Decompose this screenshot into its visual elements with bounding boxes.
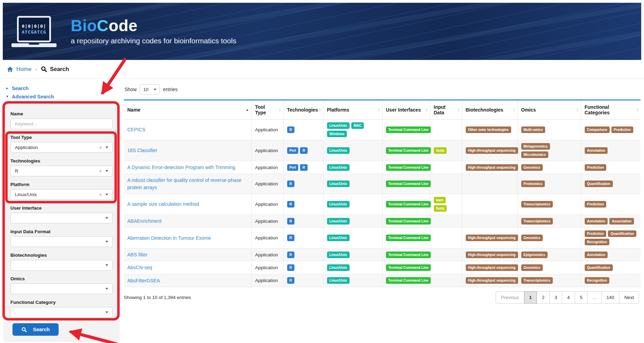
tool-type-cell: Application bbox=[251, 120, 283, 140]
tool-type-value: Application bbox=[255, 165, 278, 170]
user-interface-badge: Terminal Command Line bbox=[386, 235, 431, 241]
clear-icon[interactable]: × bbox=[99, 145, 102, 150]
pagination-page-5[interactable]: 5 bbox=[575, 291, 588, 304]
breadcrumb-home-link[interactable]: Home bbox=[16, 66, 32, 72]
biotechnologies-cell: High-throughput sequencing bbox=[462, 274, 517, 287]
platform-badge: Linux/Unix bbox=[327, 147, 350, 154]
input-data-cell bbox=[430, 228, 462, 248]
column-header-technologies[interactable]: Technologies▲▼ bbox=[283, 100, 323, 120]
badge-list: Terminal Command Line bbox=[386, 164, 427, 171]
badge-list: Terminal Command Line bbox=[386, 147, 427, 154]
platform-select[interactable]: Linux/Unix× bbox=[10, 189, 113, 200]
name-cell: A sample size calculation method bbox=[124, 194, 251, 214]
clear-icon[interactable]: × bbox=[99, 169, 102, 174]
input-data-badge: fasta bbox=[434, 147, 447, 154]
platforms-cell: Linux/Unix bbox=[323, 174, 382, 194]
name-cell: A Dynamic Error-detection Program with T… bbox=[124, 161, 251, 174]
entries-select[interactable]: 10 bbox=[140, 84, 160, 95]
user-interface-select[interactable] bbox=[10, 213, 113, 223]
badge-list: High-throughput sequencing bbox=[466, 164, 514, 171]
tool-name-link[interactable]: AbsFilterGSEA bbox=[127, 278, 160, 283]
pagination-next[interactable]: Next bbox=[619, 291, 639, 304]
tool-name-link[interactable]: ABS filter bbox=[127, 252, 147, 257]
badge-list: Genomics bbox=[521, 164, 577, 171]
tool-type-cell: Application bbox=[251, 161, 283, 174]
tool-type-cell: Application bbox=[251, 174, 283, 194]
input-data-format-select[interactable] bbox=[10, 236, 113, 247]
input-data-cell: fasta bbox=[430, 140, 462, 161]
tool-name-link[interactable]: A robust classifier for quality control … bbox=[127, 177, 241, 190]
column-header-name[interactable]: Name▲ bbox=[124, 100, 251, 120]
breadcrumb: Home › Search bbox=[0, 60, 644, 79]
omics-cell: Genomics bbox=[517, 161, 581, 174]
platforms-cell: Linux/Unix bbox=[323, 228, 382, 248]
app-banner: 0|0|0|0| ATCGATCG BioCode a repository a… bbox=[3, 3, 641, 60]
tool-name-link[interactable]: 16S Classifier bbox=[127, 148, 157, 153]
column-header-user-interfaces[interactable]: User Interfaces▲▼ bbox=[382, 100, 430, 120]
column-header-label: User Interfaces bbox=[386, 107, 421, 113]
tool-name-link[interactable]: ABAEnrichment bbox=[127, 218, 162, 224]
technologies-cell: R bbox=[283, 261, 323, 274]
column-header-input-data[interactable]: Input Data▲▼ bbox=[430, 100, 462, 120]
omics-badge: Epigenomics bbox=[521, 252, 548, 258]
pagination-previous[interactable]: Previous bbox=[496, 291, 524, 304]
badge-list: Genomics bbox=[521, 235, 577, 241]
sidebar-item-search[interactable]: ► Search bbox=[3, 84, 120, 93]
tool-name-link[interactable]: Aberration Detection in Tumour Exome bbox=[127, 235, 211, 241]
badge-list: Multi-omics bbox=[521, 126, 577, 133]
sidebar-item-advanced-search[interactable]: ▼ Advanced Search bbox=[3, 93, 120, 101]
omics-select[interactable] bbox=[10, 283, 113, 294]
pagination-page-3[interactable]: 3 bbox=[549, 291, 563, 304]
biotechnologies-cell: High-throughput sequencing bbox=[462, 161, 517, 174]
user-interface-badge: Terminal Command Line bbox=[386, 164, 431, 171]
sort-icon: ▲▼ bbox=[279, 108, 281, 112]
badge-list: Transcriptomics bbox=[521, 277, 577, 284]
tool-type-value: Application bbox=[255, 219, 278, 224]
field-label-input-data-format: Input Data Format bbox=[10, 229, 113, 234]
clear-icon[interactable]: × bbox=[99, 192, 102, 197]
platforms-cell: Linux/Unix bbox=[323, 248, 382, 261]
column-header-platforms[interactable]: Platforms▲▼ bbox=[323, 100, 382, 120]
badge-list: Linux/Unix bbox=[327, 235, 379, 241]
tool-name-link[interactable]: A sample size calculation method bbox=[127, 201, 199, 207]
user-interface-badge: Terminal Command Line bbox=[386, 201, 431, 208]
badge-list: Terminal Command Line bbox=[386, 126, 427, 133]
tool-type-select[interactable]: Application× bbox=[10, 142, 113, 153]
badge-list: R bbox=[287, 264, 320, 271]
pagination-ellipsis: ... bbox=[587, 291, 601, 304]
name-cell: ABAEnrichment bbox=[124, 214, 251, 227]
column-header-label: Functional Categories bbox=[585, 104, 610, 115]
badge-list: Linux/Unix bbox=[327, 164, 379, 171]
column-header-omics[interactable]: Omics▲▼ bbox=[517, 100, 581, 120]
user-interfaces-cell: Terminal Command Line bbox=[382, 161, 430, 174]
sort-ascending-icon: ▲ bbox=[246, 108, 249, 112]
badge-list: Linux/Unix bbox=[327, 201, 379, 208]
functional-categories-cell: Annotation bbox=[581, 140, 641, 161]
pagination-page-1[interactable]: 1 bbox=[524, 291, 537, 304]
pagination-page-140[interactable]: 140 bbox=[601, 291, 620, 304]
biotechnologies-select[interactable] bbox=[10, 260, 113, 271]
pagination-page-2[interactable]: 2 bbox=[536, 291, 550, 304]
search-button[interactable]: Search bbox=[12, 323, 59, 336]
user-interface-badge: Terminal Command Line bbox=[386, 126, 431, 133]
input-data-cell bbox=[430, 261, 462, 274]
technology-badge: R bbox=[287, 235, 294, 241]
technologies-cell: R bbox=[283, 228, 323, 248]
sort-icon: ▲▼ bbox=[576, 108, 578, 112]
functional-category-select[interactable] bbox=[10, 307, 113, 318]
tool-name-link[interactable]: CEPICS bbox=[127, 127, 145, 132]
platforms-cell: Linux/Unix bbox=[323, 261, 382, 274]
badge-list: Genomics bbox=[521, 264, 577, 271]
field-label-name: Name bbox=[10, 111, 113, 116]
tool-name-link[interactable]: AbsCN-seq bbox=[127, 265, 152, 270]
platform-badge: Linux/Unix bbox=[327, 235, 350, 241]
column-header-functional-categories[interactable]: Functional Categories▲▼ bbox=[581, 100, 641, 120]
column-header-tool-type[interactable]: Tool Type▲▼ bbox=[251, 100, 283, 120]
keyword-input[interactable] bbox=[10, 118, 113, 129]
pagination-page-4[interactable]: 4 bbox=[562, 291, 575, 304]
platforms-cell: Linux/Unix bbox=[323, 214, 382, 227]
tool-name-link[interactable]: A Dynamic Error-detection Program with T… bbox=[127, 165, 235, 170]
functional-category-badge: Quantification bbox=[585, 264, 613, 271]
technologies-select[interactable]: R× bbox=[10, 166, 113, 176]
column-header-biotechnologies[interactable]: Biotechnologies▲▼ bbox=[462, 100, 517, 120]
